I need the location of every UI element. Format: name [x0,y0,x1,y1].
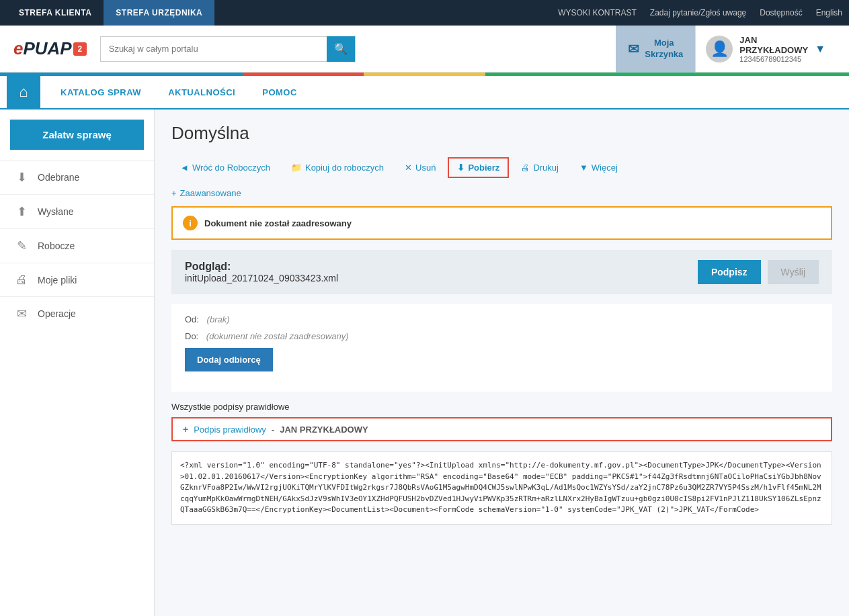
more-label: Więcej [592,163,618,173]
received-icon: ⬇ [13,170,30,185]
download-icon: ⬇ [457,163,464,173]
mailbox-label: Moja Skrzynka [645,38,683,60]
user-id: 123456789012345 [739,55,808,63]
drafts-icon: ✎ [13,238,30,253]
mailbox-button[interactable]: ✉ Moja Skrzynka [616,26,695,73]
sidebar-item-odebrane[interactable]: ⬇ Odebrane [0,160,154,194]
mail-icon: ✉ [628,41,639,57]
user-dropdown-arrow[interactable]: ▼ [815,43,825,55]
send-button: Wyślij [768,260,819,284]
more-button[interactable]: ▼ Więcej [571,158,626,177]
download-label: Pobierz [468,163,499,173]
top-nav-tabs: STREFA KLIENTA STREFA URZĘDNIKA [7,0,214,26]
content-area: Domyślna ◄ Wróć do Roboczych 📁 Kopiuj do… [155,109,849,616]
print-button[interactable]: 🖨 Drukuj [512,158,567,177]
color-bar-green [485,73,849,76]
nav-catalog[interactable]: KATALOG SPRAW [47,75,155,109]
sig-separator: - [272,425,274,435]
sidebar-label-odebrane: Odebrane [38,172,79,183]
preview-info: Podgląd: initUpload_20171024_09033423.xm… [185,261,338,283]
signature-entry[interactable]: + Podpis prawidłowy - JAN PRZYKŁADOWY [171,417,832,441]
advanced-label: Zaawansowane [180,188,241,198]
search-input[interactable] [101,37,327,61]
logo[interactable]: ePUAP 2 [13,38,87,59]
english-link[interactable]: English [816,8,842,17]
alert-icon: i [183,216,198,230]
print-icon: 🖨 [521,163,530,173]
user-info: JAN PRZYKŁADOWY 123456789012345 [739,35,808,63]
nav-news[interactable]: AKTUALNOŚCI [155,75,249,109]
preview-label: Podgląd: [185,261,338,273]
search-button[interactable]: 🔍 [327,36,355,62]
user-name: JAN PRZYKŁADOWY [739,35,808,55]
sidebar-item-wyslane[interactable]: ⬆ Wysłane [0,194,154,228]
to-label: Do: [185,331,198,341]
from-value: (brak) [207,314,230,324]
download-button[interactable]: ⬇ Pobierz [448,157,509,178]
sent-icon: ⬆ [13,204,30,219]
sidebar-item-robocze[interactable]: ✎ Robocze [0,228,154,263]
search-bar: 🔍 [100,36,356,62]
from-field: Od: (brak) [185,314,819,324]
header: ePUAP 2 🔍 ✉ Moja Skrzynka 👤 JAN PRZYKŁAD… [0,26,849,73]
sidebar-item-operacje[interactable]: ✉ Operacje [0,296,154,331]
home-icon: ⌂ [19,83,28,101]
print-label: Drukuj [533,163,559,173]
delete-button[interactable]: ✕ Usuń [396,158,444,177]
sidebar-label-operacje: Operacje [38,308,76,319]
avatar-icon: 👤 [711,40,729,58]
toolbar: ◄ Wróć do Roboczych 📁 Kopiuj do roboczyc… [171,157,832,178]
signatures-section: Wszystkie podpisy prawidłowe + Podpis pr… [171,402,832,441]
main-layout: Załatw sprawę ⬇ Odebrane ⬆ Wysłane ✎ Rob… [0,109,849,616]
sidebar: Załatw sprawę ⬇ Odebrane ⬆ Wysłane ✎ Rob… [0,109,155,616]
avatar: 👤 [706,36,733,62]
ask-question-link[interactable]: Zadaj pytanie/Zgłoś uwagę [650,8,746,17]
sidebar-label-robocze: Robocze [38,240,75,251]
document-details: Od: (brak) Do: (dokument nie został zaad… [171,304,832,392]
sidebar-item-moje-pliki[interactable]: 🖨 Moje pliki [0,263,154,296]
logo-badge: 2 [73,42,87,56]
copy-icon: 📁 [291,163,302,173]
sig-plus-icon: + [183,424,188,435]
advanced-toggle[interactable]: + Zaawansowane [171,188,832,198]
tab-client[interactable]: STREFA KLIENTA [7,0,104,26]
files-icon: 🖨 [13,273,30,287]
to-value: (dokument nie został zaadresowany) [206,331,349,341]
alert-message: Dokument nie został zaadresowany [204,218,352,228]
back-label: Wróć do Roboczych [192,163,270,173]
advanced-plus-icon: + [171,188,177,198]
preview-box: Podgląd: initUpload_20171024_09033423.xm… [171,250,832,294]
tab-officer[interactable]: STREFA URZĘDNIKA [104,0,214,26]
add-recipient-button[interactable]: Dodaj odbiorcę [185,348,273,371]
top-nav-actions: WYSOKI KONTRAST Zadaj pytanie/Zgłoś uwag… [558,8,842,17]
more-icon: ▼ [579,163,588,173]
search-icon: 🔍 [334,42,348,55]
operations-icon: ✉ [13,306,30,321]
home-button[interactable]: ⌂ [7,75,40,109]
copy-label: Kopiuj do roboczych [305,163,384,173]
delete-label: Usuń [415,163,436,173]
sidebar-label-moje-pliki: Moje pliki [38,275,77,285]
color-bar-yellow [364,73,485,76]
xml-content: <?xml version="1.0" encoding="UTF-8" sta… [171,451,832,525]
copy-button[interactable]: 📁 Kopiuj do roboczych [282,158,393,177]
high-contrast-link[interactable]: WYSOKI KONTRAST [558,8,637,17]
resolve-button[interactable]: Załatw sprawę [10,120,144,150]
page-title: Domyślna [171,123,832,144]
main-navigation: ⌂ KATALOG SPRAW AKTUALNOŚCI POMOC [0,76,849,109]
signatures-ok-label: Wszystkie podpisy prawidłowe [171,402,832,412]
delete-icon: ✕ [405,163,412,173]
alert-box: i Dokument nie został zaadresowany [171,206,832,240]
header-right: ✉ Moja Skrzynka 👤 JAN PRZYKŁADOWY 123456… [616,26,836,73]
back-button[interactable]: ◄ Wróć do Roboczych [171,158,279,177]
back-icon: ◄ [180,163,189,173]
sig-name: JAN PRZYKŁADOWY [280,425,368,435]
sign-button[interactable]: Podpisz [698,260,761,284]
preview-actions: Podpisz Wyślij [698,260,819,284]
sig-label: Podpis prawidłowy [194,425,266,435]
accessibility-link[interactable]: Dostępność [760,8,802,17]
preview-filename: initUpload_20171024_09033423.xml [185,273,338,283]
logo-text: ePUAP [13,38,72,59]
nav-help[interactable]: POMOC [249,75,311,109]
top-navigation: STREFA KLIENTA STREFA URZĘDNIKA WYSOKI K… [0,0,849,26]
